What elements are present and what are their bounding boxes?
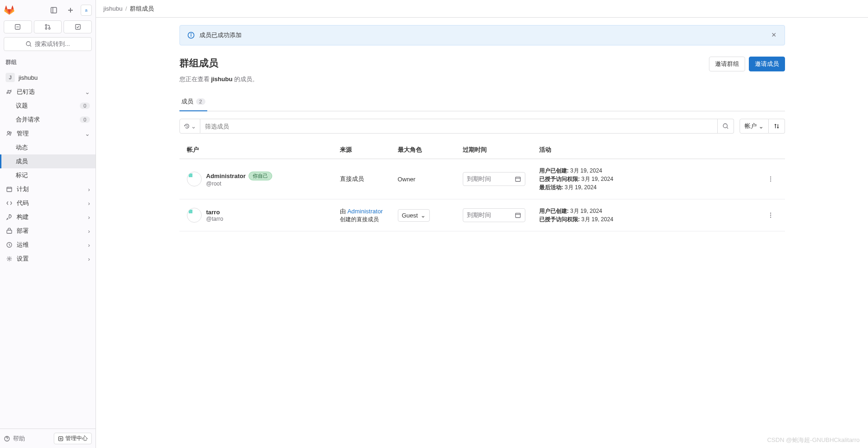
chevron-down-icon: ⌄ (759, 123, 764, 130)
page-subtitle: 您正在查看 jishubu 的成员。 (179, 75, 785, 83)
svg-point-38 (770, 215, 771, 216)
issues-shortcut[interactable] (4, 20, 32, 33)
group-name: jishubu (19, 74, 90, 81)
section-groups: 群组 (0, 55, 96, 70)
breadcrumb: jishubu / 群组成员 (96, 0, 868, 18)
svg-rect-13 (7, 187, 12, 192)
code-icon (6, 199, 13, 207)
nav-issues[interactable]: 议题 0 (0, 99, 96, 113)
svg-point-34 (770, 180, 771, 181)
gear-icon (6, 255, 13, 262)
member-username: @tarro (206, 216, 223, 222)
history-icon (184, 123, 190, 129)
close-icon[interactable] (771, 32, 777, 39)
row-actions-menu[interactable] (764, 176, 778, 182)
nav-settings[interactable]: 设置 › (0, 252, 96, 266)
chevron-right-icon: › (88, 214, 90, 221)
invite-member-button[interactable]: 邀请成员 (749, 57, 785, 71)
nav-build[interactable]: 构建 › (0, 210, 96, 224)
nav-operate[interactable]: 运维 › (0, 238, 96, 252)
gitlab-logo[interactable] (4, 5, 15, 16)
avatar[interactable] (187, 208, 202, 223)
nav-manage[interactable]: 管理 ⌄ (0, 127, 96, 141)
admin-icon (58, 436, 64, 442)
collapse-sidebar-icon[interactable] (47, 4, 60, 17)
todos-shortcut[interactable] (64, 20, 92, 33)
filter-input[interactable] (200, 119, 718, 134)
sort-direction-button[interactable] (769, 119, 785, 134)
chevron-right-icon: › (88, 242, 90, 249)
search-icon (722, 123, 729, 129)
avatar[interactable] (187, 172, 202, 186)
source-creator-link[interactable]: Administrator (347, 208, 383, 215)
svg-rect-21 (59, 436, 63, 441)
calendar-icon (515, 176, 521, 182)
member-name[interactable]: Administrator (206, 173, 246, 179)
svg-point-37 (770, 212, 771, 213)
nav-labels[interactable]: 标记 (0, 168, 96, 182)
svg-point-39 (770, 217, 771, 218)
sort-field-button[interactable]: 帐户 ⌄ (740, 119, 769, 134)
nav-pinned[interactable]: 已钉选 ⌄ (0, 85, 96, 99)
issues-count: 0 (80, 102, 90, 109)
admin-button[interactable]: 管理中心 (54, 433, 92, 444)
col-account: 帐户 (187, 146, 340, 154)
role-select[interactable]: Guest ⌄ (398, 209, 430, 222)
breadcrumb-page: 群组成员 (130, 5, 154, 13)
svg-point-32 (770, 176, 771, 177)
chevron-right-icon: › (88, 200, 90, 207)
merge-requests-shortcut[interactable] (34, 20, 62, 33)
svg-point-7 (49, 28, 51, 30)
kebab-icon (767, 212, 774, 218)
svg-point-28 (723, 124, 727, 128)
alert-text: 成员已成功添加 (199, 31, 766, 39)
chevron-right-icon: › (88, 256, 90, 262)
members-count-badge: 2 (196, 98, 205, 105)
breadcrumb-group[interactable]: jishubu (103, 5, 122, 12)
calendar-icon (6, 186, 13, 193)
nav-members[interactable]: 成员 (0, 154, 96, 168)
chevron-right-icon: › (88, 186, 90, 193)
member-name[interactable]: tarro (206, 209, 220, 216)
monitor-icon (6, 241, 13, 249)
expiration-input[interactable]: 到期时间 (463, 208, 525, 222)
svg-rect-17 (7, 230, 12, 233)
info-icon (187, 32, 195, 39)
filter-history-button[interactable]: ⌄ (179, 119, 200, 134)
user-avatar[interactable]: a (81, 5, 92, 16)
you-badge: 你自己 (249, 172, 272, 180)
people-icon (6, 130, 13, 137)
sort-icon (773, 123, 780, 129)
create-new-icon[interactable] (64, 4, 77, 17)
search-input[interactable]: 搜索或转到... (4, 37, 92, 51)
members-table: 帐户 来源 最大角色 过期时间 活动 Administrator 你自己 (179, 141, 785, 231)
sidebar: a 搜索或转到... 群组 J jishubu 已钉选 ⌄ 议题 0 合并请求 (0, 0, 96, 448)
chevron-down-icon: ⌄ (191, 123, 196, 130)
row-actions-menu[interactable] (764, 212, 778, 218)
member-username: @root (206, 180, 272, 187)
tabs: 成员 2 (179, 93, 785, 111)
mr-count: 0 (80, 116, 90, 123)
invite-group-button[interactable]: 邀请群组 (709, 57, 745, 71)
expiration-input[interactable]: 到期时间 (463, 172, 525, 186)
svg-point-22 (60, 438, 62, 439)
nav-merge-requests[interactable]: 合并请求 0 (0, 113, 96, 127)
table-row: tarro @tarro 由 Administrator 创建的直接成员 Gue… (179, 199, 785, 231)
nav-plan[interactable]: 计划 › (0, 182, 96, 196)
tab-members[interactable]: 成员 2 (179, 93, 207, 111)
svg-point-25 (191, 34, 191, 34)
svg-point-19 (8, 258, 10, 260)
filter-search-button[interactable] (718, 119, 734, 134)
svg-point-6 (45, 28, 47, 30)
chevron-down-icon: ⌄ (421, 212, 426, 219)
group-link[interactable]: J jishubu (0, 70, 96, 85)
nav-activity[interactable]: 动态 (0, 141, 96, 154)
calendar-icon (515, 212, 521, 218)
svg-line-29 (727, 128, 728, 129)
svg-point-33 (770, 179, 771, 179)
help-link[interactable]: 帮助 (4, 435, 25, 443)
search-icon (26, 41, 32, 47)
nav-code[interactable]: 代码 › (0, 196, 96, 210)
nav-deploy[interactable]: 部署 › (0, 224, 96, 238)
svg-rect-30 (515, 177, 520, 182)
